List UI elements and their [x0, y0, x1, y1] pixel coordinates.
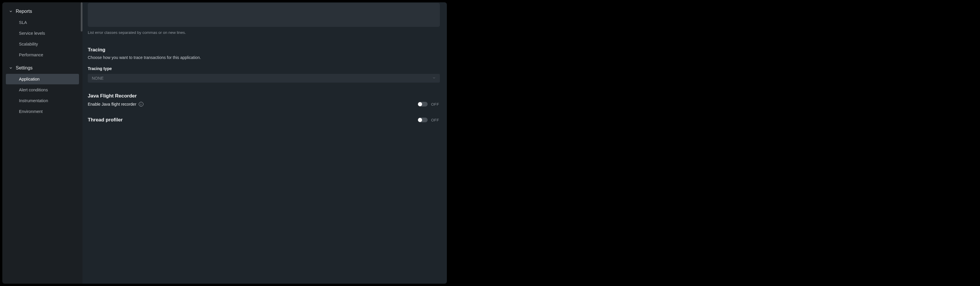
- jfr-toggle-label: Enable Java flight recorder: [88, 102, 137, 107]
- sidebar-item-label: Environment: [19, 109, 43, 114]
- sidebar-item-sla[interactable]: SLA: [6, 17, 79, 28]
- section-jfr: Java Flight Recorder Enable Java flight …: [88, 93, 440, 107]
- tracing-type-select[interactable]: NONE: [88, 74, 440, 83]
- chevron-down-icon: [432, 76, 436, 81]
- section-tracing: Tracing Choose how you want to trace tra…: [88, 47, 440, 83]
- section-title: Thread profiler: [88, 117, 123, 123]
- main-content: List error classes separated by commas o…: [83, 2, 447, 284]
- sidebar-item-alert-conditions[interactable]: Alert conditions: [6, 85, 79, 95]
- jfr-toggle-label-wrap: Enable Java flight recorder i: [88, 102, 143, 107]
- toggle-knob: [418, 118, 422, 122]
- chevron-down-icon: [9, 66, 13, 70]
- jfr-toggle-row: Enable Java flight recorder i OFF: [88, 102, 440, 107]
- sidebar-item-label: Instrumentation: [19, 98, 48, 103]
- sidebar-group-header-reports[interactable]: Reports: [2, 6, 83, 17]
- sidebar-item-label: Alert conditions: [19, 88, 48, 92]
- sidebar-item-instrumentation[interactable]: Instrumentation: [6, 96, 79, 106]
- sidebar-item-application[interactable]: Application: [6, 74, 79, 84]
- tracing-type-label: Tracing type: [88, 66, 440, 71]
- sidebar-scrollbar[interactable]: [81, 2, 83, 32]
- sidebar-group-reports: Reports SLA Service levels Scalability P…: [2, 6, 83, 60]
- sidebar-group-label: Reports: [16, 9, 32, 14]
- jfr-toggle-wrap: OFF: [418, 102, 440, 107]
- app-root: Reports SLA Service levels Scalability P…: [0, 0, 980, 286]
- section-title: Java Flight Recorder: [88, 93, 440, 99]
- right-blank-region: [447, 2, 973, 284]
- select-value: NONE: [92, 76, 103, 81]
- thread-profiler-toggle-state: OFF: [431, 118, 440, 122]
- jfr-toggle-state: OFF: [431, 102, 440, 107]
- sidebar: Reports SLA Service levels Scalability P…: [2, 2, 83, 284]
- jfr-toggle[interactable]: [418, 102, 428, 107]
- sidebar-item-label: Scalability: [19, 42, 38, 46]
- sidebar-item-service-levels[interactable]: Service levels: [6, 28, 79, 38]
- chevron-down-icon: [9, 10, 13, 13]
- thread-profiler-toggle-wrap: OFF: [418, 118, 440, 122]
- section-description: Choose how you want to trace transaction…: [88, 55, 440, 60]
- info-icon[interactable]: i: [139, 102, 143, 107]
- sidebar-group-header-settings[interactable]: Settings: [2, 62, 83, 73]
- toggle-knob: [418, 102, 422, 106]
- sidebar-item-label: Performance: [19, 53, 43, 57]
- thread-profiler-toggle[interactable]: [418, 118, 428, 122]
- sidebar-item-scalability[interactable]: Scalability: [6, 39, 79, 50]
- sidebar-group-settings: Settings Application Alert conditions In…: [2, 62, 83, 117]
- section-thread-profiler: Thread profiler OFF: [88, 117, 440, 123]
- sidebar-group-label: Settings: [16, 66, 33, 70]
- sidebar-item-label: Service levels: [19, 31, 45, 35]
- section-title: Tracing: [88, 47, 440, 53]
- error-classes-textarea[interactable]: [88, 3, 440, 27]
- thread-profiler-row: Thread profiler OFF: [88, 117, 440, 123]
- sidebar-item-label: SLA: [19, 20, 27, 25]
- sidebar-item-environment[interactable]: Environment: [6, 106, 79, 117]
- sidebar-item-performance[interactable]: Performance: [6, 50, 79, 60]
- sidebar-item-label: Application: [19, 77, 40, 81]
- error-classes-helper: List error classes separated by commas o…: [88, 30, 440, 35]
